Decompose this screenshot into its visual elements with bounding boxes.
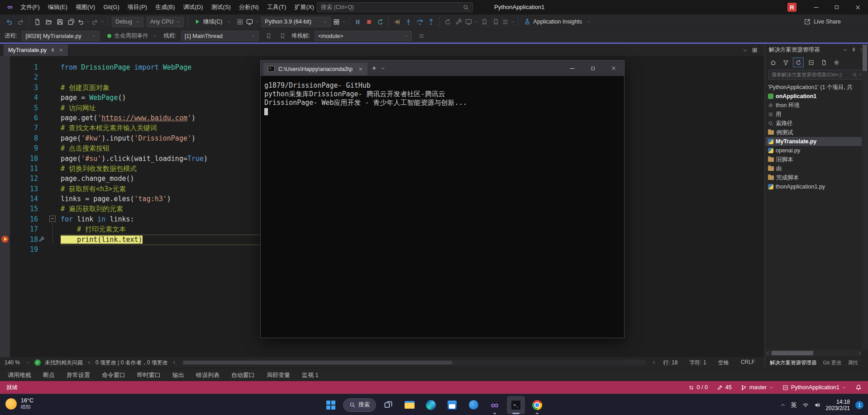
document-list-icon[interactable] xyxy=(743,48,748,53)
ime-indicator[interactable]: 英 xyxy=(791,401,797,409)
caret-line[interactable]: 行: 18 xyxy=(663,359,677,367)
taskbar-app-blue[interactable] xyxy=(464,396,482,414)
menu-item[interactable]: 视图(V) xyxy=(72,0,99,14)
browser-link-button[interactable] xyxy=(465,16,478,28)
menu-item[interactable]: 生成(B) xyxy=(151,0,179,14)
close-tab-icon[interactable] xyxy=(59,48,63,52)
tree-item[interactable]: onApplication1 xyxy=(766,92,862,101)
taskbar-edge[interactable] xyxy=(422,396,440,414)
network-icon[interactable] xyxy=(802,402,809,408)
sync-with-active-document-icon[interactable] xyxy=(793,57,804,67)
taskbar-start[interactable] xyxy=(322,396,340,414)
tree-item[interactable]: 例测试 xyxy=(766,128,862,137)
tree-item[interactable]: thonApplication1.py xyxy=(766,182,862,191)
close-button[interactable] xyxy=(847,0,868,14)
git-sync-status[interactable]: 0 / 0 xyxy=(688,384,708,391)
solution-search-box[interactable]: 搜索解决方案资源管理器(Ctrl+;) xyxy=(768,70,865,80)
taskbar-file-explorer[interactable] xyxy=(401,396,419,414)
tool-window-tab[interactable]: 调用堆栈 xyxy=(2,368,37,382)
solution-platform-dropdown[interactable]: Any CPU xyxy=(147,17,184,27)
tab-mytranslate[interactable]: MyTranslate.py xyxy=(4,44,68,56)
nav-change-icon[interactable] xyxy=(172,360,176,365)
panel-vertical-scrollbar[interactable] xyxy=(862,44,868,350)
panel-horizontal-scrollbar[interactable] xyxy=(766,350,862,356)
process-dropdown[interactable]: [8028] MyTranslate.py xyxy=(22,31,100,41)
tree-item[interactable]: 旧脚本 xyxy=(766,155,862,164)
taskbar-search[interactable]: 搜索 xyxy=(343,398,376,412)
python-environment-dropdown[interactable]: Python 3.9 (64-bit) xyxy=(261,17,331,27)
prev-change-icon[interactable] xyxy=(87,360,91,365)
terminal-tab[interactable]: >_ C:\Users\Happy\anaconda3\p xyxy=(263,63,367,75)
step-out-button[interactable] xyxy=(425,16,436,28)
tree-item[interactable]: 由 xyxy=(766,164,862,173)
pin-icon[interactable] xyxy=(50,48,55,53)
step-over-button[interactable] xyxy=(414,16,425,28)
tool-window-tab[interactable]: 自动窗口 xyxy=(225,368,261,382)
menu-item[interactable]: 项目(P) xyxy=(124,0,151,14)
panel-tab[interactable]: Git 更改 xyxy=(820,359,845,366)
scroll-right-icon[interactable] xyxy=(858,351,862,355)
indent-mode[interactable]: 空格 xyxy=(718,359,729,367)
taskbar-store[interactable] xyxy=(443,396,461,414)
panel-menu-icon[interactable] xyxy=(843,47,848,52)
show-all-files-icon[interactable] xyxy=(818,57,829,67)
tool-window-tab[interactable]: 监视 1 xyxy=(296,368,324,382)
open-file-button[interactable] xyxy=(43,16,54,28)
tool-window-tab[interactable]: 错误列表 xyxy=(190,368,225,382)
stack-frame-dropdown[interactable]: <module> xyxy=(315,31,412,41)
notification-count-badge[interactable]: 1 xyxy=(855,401,863,409)
tool-window-tab[interactable]: 局部变量 xyxy=(261,368,296,382)
tree-item[interactable]: 'PythonApplication1' (1 个项目, 共 xyxy=(766,83,862,92)
horizontal-scrollbar[interactable] xyxy=(182,360,646,365)
eol-mode[interactable]: CRLF xyxy=(741,359,755,367)
flag-prev-icon[interactable] xyxy=(263,30,274,42)
taskbar-terminal[interactable]: >_ xyxy=(507,396,525,414)
minimize-button[interactable] xyxy=(806,0,826,14)
flag-next-icon[interactable] xyxy=(277,30,288,42)
menu-item[interactable]: 文件(F) xyxy=(16,0,44,14)
pause-button-button[interactable] xyxy=(352,16,363,28)
zoom-level[interactable]: 140 % xyxy=(5,359,20,366)
bookmark-next-button[interactable] xyxy=(490,16,501,28)
scroll-right-icon[interactable] xyxy=(652,360,656,365)
undo-button[interactable] xyxy=(77,16,91,28)
solution-configuration-dropdown[interactable]: Debug xyxy=(112,17,143,27)
collapse-all-icon[interactable] xyxy=(806,57,816,67)
menu-item[interactable]: 编辑(E) xyxy=(44,0,72,14)
tree-item[interactable]: thon 环境 xyxy=(766,101,862,110)
clock[interactable]: 14:18 2023/2/21 xyxy=(826,399,850,411)
taskbar-task-view[interactable] xyxy=(379,396,397,414)
terminal-window[interactable]: >_ C:\Users\Happy\anaconda3\p + g1879/Dr… xyxy=(260,60,625,338)
terminal-maximize-button[interactable] xyxy=(582,61,603,76)
task-list-button[interactable] xyxy=(501,16,515,28)
r-extension-icon[interactable]: R xyxy=(787,3,796,12)
tool-window-tab[interactable]: 命令窗口 xyxy=(96,368,131,382)
window-options-icon[interactable] xyxy=(752,47,758,53)
taskbar-chrome[interactable] xyxy=(528,396,546,414)
menu-item[interactable]: Git(G) xyxy=(99,0,123,14)
volume-icon[interactable] xyxy=(814,402,820,408)
app-frame-button[interactable] xyxy=(234,16,245,28)
health-indicator[interactable]: 未找到相关问题 xyxy=(45,359,83,367)
taskbar-visual-studio[interactable]: ∞ xyxy=(486,396,504,414)
git-repository[interactable]: PythonApplication1 xyxy=(782,384,846,391)
menu-item[interactable]: 分析(N) xyxy=(235,0,263,14)
show-next-statement-button[interactable] xyxy=(391,16,402,28)
scroll-left-icon[interactable] xyxy=(766,351,770,355)
new-file-button[interactable] xyxy=(32,16,43,28)
codelens-changes[interactable]: 0 项更改 | 0 名作者，0 项更改 xyxy=(95,359,168,367)
menu-item[interactable]: 测试(S) xyxy=(207,0,235,14)
notifications-bell-icon[interactable] xyxy=(855,384,862,391)
nav-back-button[interactable] xyxy=(4,16,14,28)
restart-button-button[interactable] xyxy=(375,16,386,28)
save-all-button[interactable] xyxy=(66,16,76,28)
tool-window-tab[interactable]: 输出 xyxy=(167,368,190,382)
menu-item[interactable]: 扩展(X) xyxy=(291,0,318,14)
nav-forward-button[interactable] xyxy=(15,16,26,28)
thread-dropdown[interactable]: [1] MainThread xyxy=(181,31,259,41)
hot-reload-button[interactable] xyxy=(442,16,453,28)
tree-item[interactable]: openai.py xyxy=(766,146,862,155)
pending-changes-filter-icon[interactable] xyxy=(780,57,791,67)
diagnostic-tools-button[interactable] xyxy=(453,16,464,28)
tool-window-tab[interactable]: 异常设置 xyxy=(61,368,96,382)
